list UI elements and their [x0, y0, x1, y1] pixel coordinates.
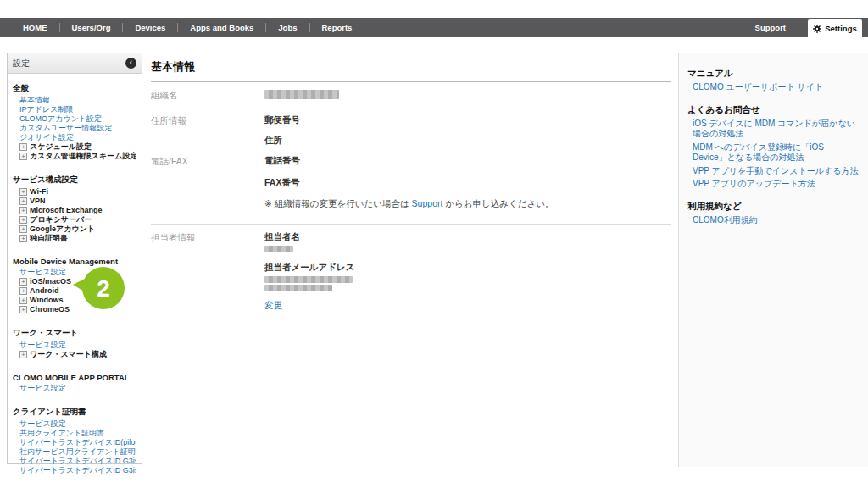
help-panel: マニュアルCLOMO ユーザーサポート サイトよくあるお問合せiOS デバイスに… — [678, 53, 868, 467]
sidebar-section-heading: サービス構成設定 — [13, 175, 136, 186]
sidebar-item-link[interactable]: IPアドレス制限 — [13, 105, 136, 114]
sidebar-section: サービス構成設定+Wi-Fi+VPN+Microsoft Exchange+プロ… — [13, 175, 136, 243]
sidebar-item-expandable[interactable]: +独自証明書 — [13, 234, 136, 243]
sidebar-item-label: ジオサイト設定 — [19, 133, 74, 142]
expand-icon[interactable]: + — [19, 143, 27, 151]
sidebar-item-label: サイバートラストデバイスID G3is(... — [19, 466, 136, 475]
sidebar-item-expandable[interactable]: +プロキシサーバー — [13, 215, 136, 225]
sidebar-item-link[interactable]: サービス設定 — [13, 419, 136, 429]
contact-email-label: 担当者メールアドレス — [264, 262, 671, 274]
expand-icon[interactable]: + — [19, 351, 27, 358]
expand-icon[interactable]: + — [19, 152, 27, 160]
sidebar-section: Mobile Device Managementサービス設定+iOS/macOS… — [13, 257, 136, 314]
expand-icon[interactable]: + — [19, 287, 27, 295]
sidebar-item-expandable[interactable]: +スケジュール設定 — [13, 142, 136, 152]
nav-item-reports[interactable]: Reports — [310, 23, 364, 32]
sidebar-section-heading: CLOMO MOBILE APP PORTAL — [13, 373, 136, 382]
sidebar-item-label: IPアドレス制限 — [19, 105, 73, 114]
org-name-row: 組織名 — [151, 89, 671, 102]
contact-name-label: 担当者名 — [264, 231, 671, 243]
help-link[interactable]: VPP アプリのアップデート方法 — [687, 179, 860, 190]
sidebar-item-label: プロキシサーバー — [30, 215, 92, 225]
fax-number-label: FAX番号 — [264, 177, 671, 189]
nav-item-home[interactable]: HOME — [11, 23, 59, 32]
sidebar-sections: 全般基本情報IPアドレス制限CLOMOアカウント設定カスタムユーザー情報設定ジオ… — [8, 74, 142, 475]
sidebar-item-link[interactable]: 共用クライアント証明書 — [13, 429, 136, 438]
redacted-contact-email-line1 — [264, 276, 353, 283]
sidebar-item-expandable[interactable]: +Windows — [13, 296, 136, 305]
section-divider — [151, 224, 671, 225]
sidebar-item-link[interactable]: ジオサイト設定 — [13, 133, 136, 142]
address-label: 住所情報 — [151, 114, 264, 147]
main-content: 基本情報 組織名 住所情報 郵便番号 住所 電話/FAX 電話番号 FAX番号 … — [151, 54, 671, 312]
sidebar-section: CLOMO MOBILE APP PORTALサービス設定 — [13, 373, 136, 393]
sidebar-item-link[interactable]: サイバートラストデバイスID G3is... — [13, 457, 136, 466]
sidebar-item-label: サービス設定 — [19, 419, 66, 429]
nav-menu: HOMEUsers/OrgDevicesApps and BooksJobsRe… — [0, 18, 364, 37]
nav-item-users-org[interactable]: Users/Org — [60, 23, 123, 32]
sidebar-item-link[interactable]: サービス設定 — [13, 341, 136, 350]
sidebar-item-expandable[interactable]: +iOS/macOS — [13, 277, 136, 286]
sidebar-item-expandable[interactable]: +Wi-Fi — [13, 187, 136, 197]
nav-item-apps-and-books[interactable]: Apps and Books — [178, 23, 265, 32]
sidebar-item-link[interactable]: サイバートラストデバイスID(pilot)... — [13, 438, 136, 447]
settings-tab[interactable]: Settings — [808, 19, 862, 37]
sidebar-item-label: 基本情報 — [19, 96, 50, 105]
sidebar-item-expandable[interactable]: +ChromeOS — [13, 305, 136, 314]
sidebar-item-label: サービス設定 — [19, 341, 66, 350]
gear-icon — [813, 25, 821, 33]
help-link[interactable]: CLOMO ユーザーサポート サイト — [687, 82, 860, 93]
sidebar-item-link[interactable]: サービス設定 — [13, 268, 136, 277]
sidebar-item-expandable[interactable]: +カスタム管理権限スキーム設定 — [13, 152, 136, 161]
sidebar-item-expandable[interactable]: +ワーク・スマート構成 — [13, 350, 136, 359]
sidebar-item-expandable[interactable]: +Microsoft Exchange — [13, 206, 136, 215]
phone-number-label: 電話番号 — [264, 155, 671, 167]
sidebar-item-label: Wi-Fi — [30, 187, 48, 197]
sidebar-section: ワーク・スマートサービス設定+ワーク・スマート構成 — [13, 328, 136, 359]
sidebar-section: クライアント証明書サービス設定共用クライアント証明書サイバートラストデバイスID… — [13, 407, 136, 475]
help-link[interactable]: MDM へのデバイス登録時に「iOS Device」となる場合の対処法 — [687, 142, 860, 164]
sidebar-item-label: VPN — [30, 197, 46, 206]
help-link[interactable]: iOS デバイスに MDM コマンドが届かない場合の対処法 — [687, 119, 860, 140]
sidebar-item-label: Windows — [30, 296, 63, 305]
sidebar-item-expandable[interactable]: +Googleアカウント — [13, 225, 136, 234]
address-row: 住所情報 郵便番号 住所 — [151, 114, 671, 147]
sidebar-item-expandable[interactable]: +VPN — [13, 197, 136, 206]
sidebar-item-label: サービス設定 — [19, 268, 66, 277]
nav-item-jobs[interactable]: Jobs — [266, 23, 309, 32]
expand-icon[interactable]: + — [19, 207, 27, 214]
support-button[interactable]: Support — [755, 23, 786, 32]
sidebar-item-link[interactable]: カスタムユーザー情報設定 — [13, 124, 136, 133]
sidebar-item-link[interactable]: CLOMOアカウント設定 — [13, 114, 136, 124]
help-link[interactable]: VPP アプリを手動でインストールする方法 — [687, 166, 860, 177]
sidebar-item-label: Android — [30, 286, 59, 296]
nav-right: Support Settings — [755, 18, 868, 37]
expand-icon[interactable]: + — [19, 297, 27, 304]
expand-icon[interactable]: + — [19, 216, 27, 224]
expand-icon[interactable]: + — [19, 278, 27, 286]
expand-icon[interactable]: + — [19, 188, 27, 196]
expand-icon[interactable]: + — [19, 197, 27, 205]
sidebar-item-label: Googleアカウント — [30, 225, 95, 234]
expand-icon[interactable]: + — [19, 225, 27, 233]
expand-icon[interactable]: + — [19, 235, 27, 242]
org-name-label: 組織名 — [151, 89, 264, 102]
org-change-note: ※ 組織情報の変更を行いたい場合は Support からお申し込みください。 — [264, 198, 671, 210]
support-link[interactable]: Support — [412, 198, 443, 208]
sidebar-item-expandable[interactable]: +Android — [13, 286, 136, 296]
sidebar-item-link[interactable]: サービス設定 — [13, 384, 136, 393]
expand-icon[interactable]: + — [19, 306, 27, 313]
redacted-contact-email-line2 — [264, 285, 332, 291]
nav-item-devices[interactable]: Devices — [123, 23, 177, 32]
help-link[interactable]: CLOMO利用規約 — [687, 215, 860, 226]
sidebar-item-label: CLOMOアカウント設定 — [19, 114, 102, 124]
sidebar-section-heading: Mobile Device Management — [13, 257, 136, 266]
sidebar-item-label: 独自証明書 — [30, 234, 68, 243]
sidebar-item-link[interactable]: サイバートラストデバイスID G3is(... — [13, 466, 136, 475]
sidebar-item-link[interactable]: 基本情報 — [13, 96, 136, 105]
postal-code-label: 郵便番号 — [264, 114, 671, 126]
phone-fax-label: 電話/FAX — [151, 155, 264, 210]
change-link[interactable]: 変更 — [264, 300, 671, 312]
collapse-sidebar-button[interactable]: ‹ — [125, 58, 136, 69]
sidebar-item-link[interactable]: 社内サービス用クライアント証明書 — [13, 447, 136, 457]
